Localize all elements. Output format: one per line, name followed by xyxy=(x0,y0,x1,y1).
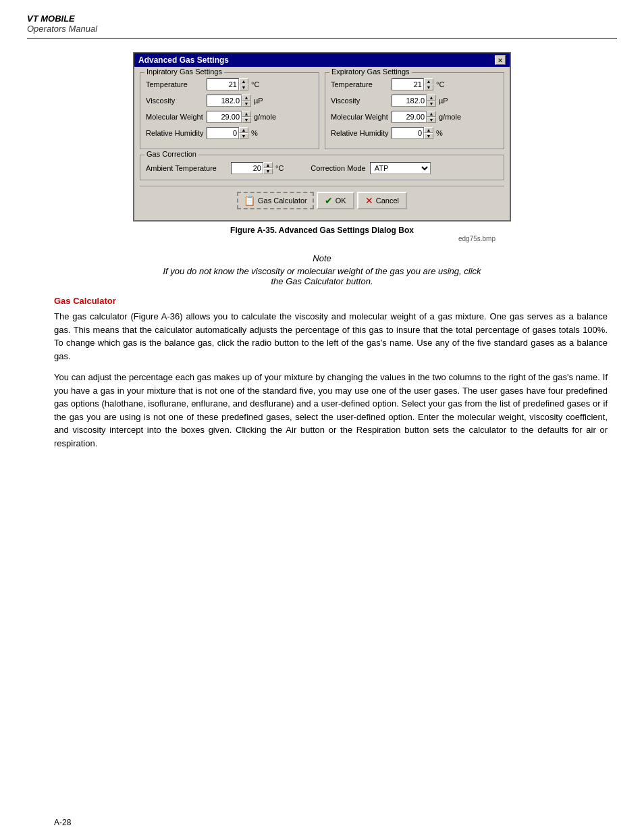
ambient-temp-spinner: ▲ ▼ xyxy=(231,162,273,174)
insp-temperature-label: Temperature xyxy=(146,80,207,88)
gas-calculator-heading: Gas Calculator xyxy=(54,296,617,306)
insp-viscosity-down[interactable]: ▼ xyxy=(242,101,251,107)
ambient-temp-up[interactable]: ▲ xyxy=(263,162,273,168)
ambient-temp-label: Ambient Temperature xyxy=(146,164,227,172)
insp-temperature-input[interactable] xyxy=(207,78,239,90)
gas-correction-row: Ambient Temperature ▲ ▼ °C Correction Mo… xyxy=(146,162,498,174)
insp-viscosity-label: Viscosity xyxy=(146,97,207,105)
inspiratory-group: Inpiratory Gas Settings Temperature ▲ ▼ … xyxy=(140,72,319,149)
exp-temperature-down[interactable]: ▼ xyxy=(424,84,433,90)
exp-rel-humidity-spinner-buttons: ▲ ▼ xyxy=(424,127,433,139)
insp-viscosity-spinner-buttons: ▲ ▼ xyxy=(242,95,251,107)
ambient-temp-spinner-buttons: ▲ ▼ xyxy=(263,162,273,174)
exp-rel-humidity-spinner: ▲ ▼ xyxy=(392,127,433,139)
note-title: Note xyxy=(27,253,617,263)
exp-rel-humidity-unit: % xyxy=(436,129,443,137)
insp-rel-humidity-spinner-buttons: ▲ ▼ xyxy=(239,127,248,139)
exp-mol-weight-up[interactable]: ▲ xyxy=(427,111,436,117)
exp-temperature-up[interactable]: ▲ xyxy=(424,78,433,84)
ambient-temp-down[interactable]: ▼ xyxy=(263,168,273,174)
exp-temperature-spinner-buttons: ▲ ▼ xyxy=(424,78,433,90)
note-section: Note If you do not know the viscosity or… xyxy=(27,253,617,286)
expiratory-group-title: Expiratory Gas Settings xyxy=(329,68,412,76)
page-number: A-28 xyxy=(54,818,71,827)
exp-viscosity-down[interactable]: ▼ xyxy=(427,101,436,107)
ok-label: OK xyxy=(336,197,346,205)
insp-viscosity-unit: µP xyxy=(254,97,263,105)
insp-temperature-down[interactable]: ▼ xyxy=(239,84,248,90)
insp-mol-weight-spinner-buttons: ▲ ▼ xyxy=(242,111,251,123)
exp-rel-humidity-up[interactable]: ▲ xyxy=(424,127,433,133)
dialog-close-button[interactable]: ✕ xyxy=(495,55,506,65)
insp-rel-humidity-input[interactable] xyxy=(207,127,239,139)
bmp-label: edg75s.bmp xyxy=(27,235,617,242)
ok-check-icon: ✔ xyxy=(325,195,333,206)
exp-temperature-input[interactable] xyxy=(392,78,424,90)
exp-viscosity-spinner: ▲ ▼ xyxy=(392,95,436,107)
header-subtitle: Operators Manual xyxy=(27,24,617,34)
cancel-x-icon: ✕ xyxy=(365,195,373,206)
insp-temperature-unit: °C xyxy=(251,80,259,88)
insp-temperature-row: Temperature ▲ ▼ °C xyxy=(146,78,313,90)
exp-temperature-label: Temperature xyxy=(331,80,392,88)
insp-viscosity-up[interactable]: ▲ xyxy=(242,95,251,101)
exp-mol-weight-input[interactable] xyxy=(392,111,427,123)
exp-rel-humidity-down[interactable]: ▼ xyxy=(424,133,433,139)
insp-viscosity-spinner: ▲ ▼ xyxy=(207,95,251,107)
insp-temperature-up[interactable]: ▲ xyxy=(239,78,248,84)
exp-viscosity-row: Viscosity ▲ ▼ µP xyxy=(331,95,498,107)
dialog-body: Inpiratory Gas Settings Temperature ▲ ▼ … xyxy=(134,67,510,220)
insp-mol-weight-unit: g/mole xyxy=(254,113,276,121)
ambient-temp-unit: °C xyxy=(275,164,284,172)
insp-mol-weight-up[interactable]: ▲ xyxy=(242,111,251,117)
insp-rel-humidity-spinner: ▲ ▼ xyxy=(207,127,248,139)
expiratory-group: Expiratory Gas Settings Temperature ▲ ▼ … xyxy=(325,72,504,149)
insp-temperature-spinner: ▲ ▼ xyxy=(207,78,248,90)
inspiratory-group-title: Inpiratory Gas Settings xyxy=(144,68,224,76)
insp-temperature-spinner-buttons: ▲ ▼ xyxy=(239,78,248,90)
insp-rel-humidity-row: Relative Humidity ▲ ▼ % xyxy=(146,127,313,139)
gas-correction-group: Gas Correction Ambient Temperature ▲ ▼ °… xyxy=(140,155,504,180)
exp-temperature-row: Temperature ▲ ▼ °C xyxy=(331,78,498,90)
paragraph-1: The gas calculator (Figure A-36) allows … xyxy=(54,310,608,363)
correction-mode-select-group: ATP BTPS STPD xyxy=(370,162,431,174)
exp-mol-weight-spinner: ▲ ▼ xyxy=(392,111,436,123)
header-title: VT MOBILE xyxy=(27,14,617,24)
exp-mol-weight-spinner-buttons: ▲ ▼ xyxy=(427,111,436,123)
insp-rel-humidity-up[interactable]: ▲ xyxy=(239,127,248,133)
paragraph-2: You can adjust the percentage each gas m… xyxy=(54,371,608,450)
exp-mol-weight-label: Molecular Weight xyxy=(331,113,392,121)
insp-viscosity-row: Viscosity ▲ ▼ µP xyxy=(146,95,313,107)
gas-settings-columns: Inpiratory Gas Settings Temperature ▲ ▼ … xyxy=(140,72,504,149)
gas-calculator-label: Gas Calculator xyxy=(258,197,307,205)
note-text: If you do not know the viscosity or mole… xyxy=(160,266,484,286)
insp-viscosity-input[interactable] xyxy=(207,95,242,107)
exp-viscosity-up[interactable]: ▲ xyxy=(427,95,436,101)
gas-correction-title: Gas Correction xyxy=(144,150,198,158)
exp-viscosity-input[interactable] xyxy=(392,95,427,107)
exp-mol-weight-down[interactable]: ▼ xyxy=(427,117,436,123)
insp-rel-humidity-unit: % xyxy=(251,129,258,137)
exp-mol-weight-unit: g/mole xyxy=(439,113,461,121)
dialog-titlebar: Advanced Gas Settings ✕ xyxy=(134,53,510,67)
gas-calc-icon: 📋 xyxy=(244,195,255,206)
ambient-temp-input[interactable] xyxy=(231,162,263,174)
cancel-button[interactable]: ✕ Cancel xyxy=(357,192,407,209)
header: VT MOBILE Operators Manual xyxy=(27,14,617,38)
insp-rel-humidity-down[interactable]: ▼ xyxy=(239,133,248,139)
exp-viscosity-unit: µP xyxy=(439,97,448,105)
insp-mol-weight-spinner: ▲ ▼ xyxy=(207,111,251,123)
advanced-gas-settings-dialog: Advanced Gas Settings ✕ Inpiratory Gas S… xyxy=(133,52,511,221)
exp-rel-humidity-row: Relative Humidity ▲ ▼ % xyxy=(331,127,498,139)
exp-viscosity-spinner-buttons: ▲ ▼ xyxy=(427,95,436,107)
figure-caption: Figure A-35. Advanced Gas Settings Dialo… xyxy=(27,226,617,235)
insp-mol-weight-down[interactable]: ▼ xyxy=(242,117,251,123)
correction-mode-select[interactable]: ATP BTPS STPD xyxy=(370,162,431,174)
dialog-title: Advanced Gas Settings xyxy=(138,55,229,65)
ok-button[interactable]: ✔ OK xyxy=(317,192,354,209)
cancel-label: Cancel xyxy=(376,197,399,205)
insp-mol-weight-input[interactable] xyxy=(207,111,242,123)
exp-rel-humidity-input[interactable] xyxy=(392,127,424,139)
exp-temperature-spinner: ▲ ▼ xyxy=(392,78,433,90)
gas-calculator-button[interactable]: 📋 Gas Calculator xyxy=(237,192,314,209)
